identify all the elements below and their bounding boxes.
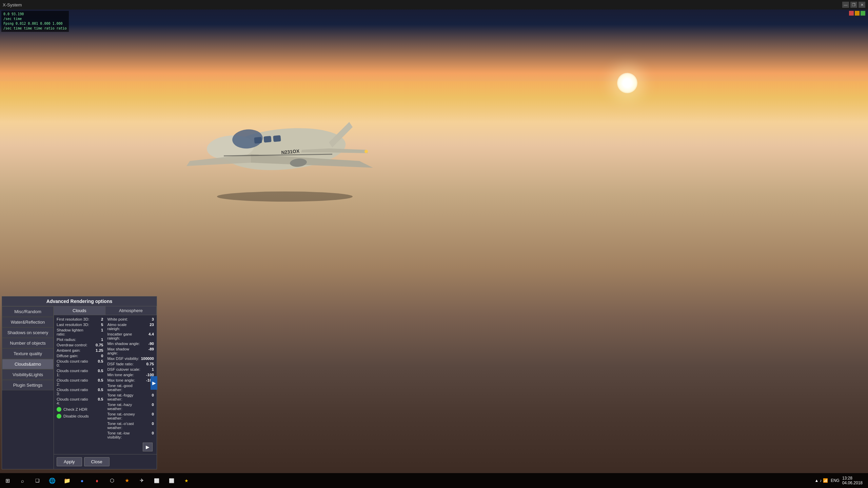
title-bar-left: X-System: [0, 2, 22, 7]
restore-button[interactable]: ❐: [850, 2, 857, 8]
setting-max-shadow-angle: Max shadow angle: -89: [106, 346, 156, 356]
perf-line4: /sec time time time ratio ratio: [3, 26, 67, 31]
nav-number-objects[interactable]: Number of objects: [2, 338, 54, 348]
setting-diffuse-gain: Diffuse gain: 0: [55, 353, 105, 359]
nav-texture-quality[interactable]: Texture quality: [2, 348, 54, 359]
svg-rect-4: [254, 137, 262, 144]
setting-first-res-3d: First resolution 3D: 2: [55, 317, 105, 322]
setting-min-tone-angle: Min tone angle: -100: [106, 372, 156, 378]
taskbar-xplane[interactable]: ✈: [134, 473, 149, 488]
panel-main: Misc/Random Water&Reflection Shadows on …: [2, 306, 157, 469]
setting-tone-hazy-weather: Tone rat.-hazy weather: 0: [106, 402, 156, 411]
setting-inscatter-raleigh: Inscatter gane raleigh: 4.4: [106, 331, 156, 341]
perf-line1: 0.0 93.190: [3, 12, 67, 17]
nav-plugin-settings[interactable]: Plugin Settings: [2, 380, 54, 390]
svg-point-0: [217, 191, 353, 202]
nav-shadows-scenery[interactable]: Shadows on scenery: [2, 327, 54, 338]
setting-tone-foggy-weather: Tone rat.-foggy weather: 0: [106, 392, 156, 402]
setting-atmo-scale-raleigh: Atmo scale raleigh: 23: [106, 322, 156, 331]
panel-inner: Misc/Random Water&Reflection Shadows on …: [2, 306, 157, 469]
setting-dsf-cutover-scale: DSF cutover scale: 1: [106, 367, 156, 372]
panel-title: Advanced Rendering options: [2, 297, 157, 306]
setting-tone-snowy-weather: Tone rat.-snowy weather: 0: [106, 411, 156, 421]
taskbar-explorer[interactable]: 📁: [60, 473, 75, 488]
tab-clouds[interactable]: Clouds: [54, 306, 105, 315]
play-button[interactable]: ▶: [143, 443, 153, 451]
setting-white-point: White point: 3: [106, 317, 156, 322]
setting-clouds-count-0: Clouds count ratio 0: 0.5: [55, 359, 105, 368]
taskbar-icon4[interactable]: ♦: [90, 473, 104, 488]
setting-clouds-count-3: Clouds count ratio 3: 0.5: [55, 387, 105, 396]
perf-line3: Fpsng 0.012 0.001 0.000 1.000: [3, 21, 67, 26]
settings-body: First resolution 3D: 2 Last resolution 3…: [54, 315, 157, 454]
sun: [617, 73, 637, 93]
taskbar-icon3[interactable]: ●: [75, 473, 90, 488]
title-bar: X-System — ❐ ✕: [0, 0, 868, 9]
taskbar-task-view[interactable]: ❑: [30, 473, 45, 488]
setting-clouds-count-1: Clouds count ratio 1: 0.5: [55, 368, 105, 378]
taskbar-icon6[interactable]: ★: [119, 473, 134, 488]
minimize-button[interactable]: —: [842, 2, 849, 8]
atmosphere-col: White point: 3 Atmo scale raleigh: 23 In…: [106, 317, 156, 453]
setting-clouds-count-2: Clouds count ratio 2: 0.5: [55, 378, 105, 387]
setting-shadow-lighten: Shadow lighten ratio: 1: [55, 327, 105, 337]
setting-tone-low-visibility: Tone rat.-low visibility: 0: [106, 430, 156, 440]
window-title: X-System: [3, 2, 22, 7]
taskbar-start[interactable]: ⊞: [0, 473, 15, 488]
setting-clouds-count-4: Clouds count ratio 4: 0.5: [55, 396, 105, 406]
perf-line2: /sec time: [3, 17, 67, 21]
indicator-green: [861, 11, 865, 16]
nav-visibility-lights[interactable]: Visibility&Lights: [2, 369, 54, 380]
left-nav: Misc/Random Water&Reflection Shadows on …: [2, 306, 54, 390]
nav-misc-random[interactable]: Misc/Random: [2, 306, 54, 317]
indicator-red: [849, 11, 854, 16]
title-bar-controls: — ❐ ✕: [842, 2, 868, 8]
setting-ambient-gain: Ambient gain: 1.25: [55, 348, 105, 353]
checkbox-disable-clouds[interactable]: Disable clouds: [55, 413, 105, 420]
setting-last-res-3d: Last resolution 3D: 5: [55, 322, 105, 327]
taskbar-icons-right: ▲ ♪ 📶: [814, 478, 828, 483]
taskbar-edge[interactable]: 🌐: [45, 473, 60, 488]
setting-max-tone-angle: Max tone angle: -100: [106, 378, 156, 383]
setting-tone-ocast-weather: Tone rat.-o'cast weather: 0: [106, 421, 156, 430]
setting-plot-radius: Plot radius: 1: [55, 337, 105, 342]
panel-buttons: Apply Close: [54, 454, 157, 469]
clouds-col: First resolution 3D: 2 Last resolution 3…: [55, 317, 105, 453]
svg-rect-6: [273, 135, 281, 142]
setting-dsf-fade-ratio: DSF fade ratio: 0.75: [106, 361, 156, 367]
apply-button[interactable]: Apply: [57, 457, 82, 466]
taskbar-time: 13:2804.06.2018: [842, 476, 863, 485]
setting-min-shadow-angle: Min shadow angle: -90: [106, 341, 156, 346]
setting-overdraw: Overdraw control: 0.75: [55, 342, 105, 348]
svg-marker-10: [329, 148, 368, 153]
render-panel: Advanced Rendering options Misc/Random W…: [2, 296, 157, 469]
setting-tone-good-weather: Tone rat.-good weather: 0: [106, 383, 156, 392]
close-button[interactable]: ✕: [859, 2, 865, 8]
svg-rect-5: [263, 136, 271, 143]
aircraft: N231OX: [156, 95, 414, 203]
check-dot-z-hdr: [57, 407, 61, 412]
taskbar-lang: ENG: [831, 478, 840, 483]
tab-bar: Clouds Atmosphere: [54, 306, 157, 315]
taskbar-search[interactable]: ⌕: [15, 473, 30, 488]
performance-overlay: 0.0 93.190 /sec time Fpsng 0.012 0.001 0…: [1, 11, 69, 32]
nav-water-reflection[interactable]: Water&Reflection: [2, 317, 54, 327]
check-dot-disable-clouds: [57, 414, 61, 419]
taskbar: ⊞ ⌕ ❑ 🌐 📁 ● ♦ ⬡ ★ ✈ ⬜ ⬜ ★ ▲ ♪ 📶 ENG 13:2…: [0, 473, 868, 488]
taskbar-icon10[interactable]: ★: [179, 473, 194, 488]
taskbar-icon9[interactable]: ⬜: [164, 473, 179, 488]
indicator-orange: [855, 11, 860, 16]
nav-clouds-atmo[interactable]: Clouds&atmo: [2, 359, 54, 369]
setting-max-dsf-visibility: Max DSF visibility: 100000: [106, 356, 156, 361]
tab-atmosphere[interactable]: Atmosphere: [105, 306, 157, 315]
top-right-indicators: [849, 11, 865, 16]
content-area: Clouds Atmosphere First resolution 3D: 2…: [54, 306, 157, 469]
close-panel-button[interactable]: Close: [84, 457, 110, 466]
taskbar-icon5[interactable]: ⬡: [104, 473, 119, 488]
expand-button[interactable]: ▶: [151, 376, 157, 390]
taskbar-right: ▲ ♪ 📶 ENG 13:2804.06.2018: [814, 476, 868, 485]
checkbox-check-z-hdr[interactable]: Check Z HDR: [55, 406, 105, 413]
taskbar-icon8[interactable]: ⬜: [149, 473, 164, 488]
svg-point-13: [364, 150, 368, 153]
